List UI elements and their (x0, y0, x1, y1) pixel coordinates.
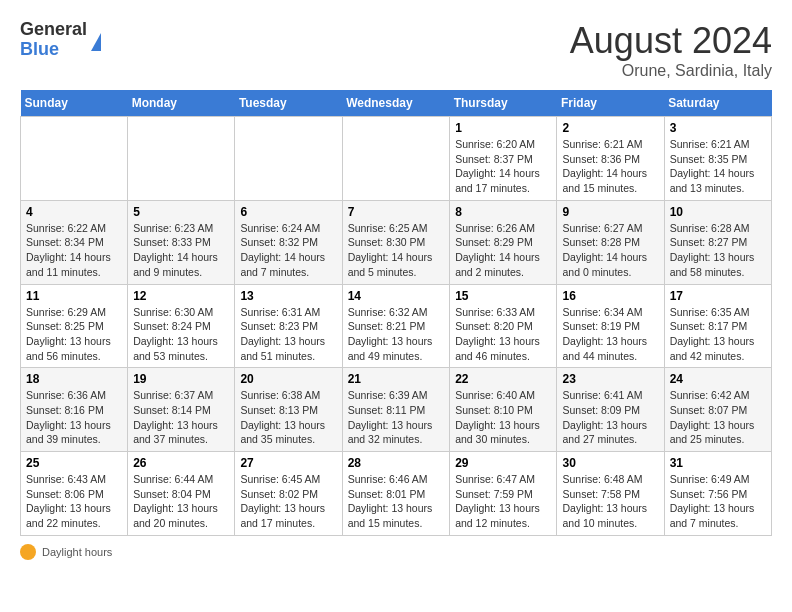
calendar-cell: 6Sunrise: 6:24 AM Sunset: 8:32 PM Daylig… (235, 200, 342, 284)
day-number: 27 (240, 456, 336, 470)
day-number: 1 (455, 121, 551, 135)
day-number: 9 (562, 205, 658, 219)
day-info: Sunrise: 6:30 AM Sunset: 8:24 PM Dayligh… (133, 305, 229, 364)
calendar-day-header: Thursday (450, 90, 557, 117)
calendar-cell: 31Sunrise: 6:49 AM Sunset: 7:56 PM Dayli… (664, 452, 771, 536)
sun-icon (20, 544, 36, 560)
location-subtitle: Orune, Sardinia, Italy (570, 62, 772, 80)
calendar-cell (235, 117, 342, 201)
day-info: Sunrise: 6:35 AM Sunset: 8:17 PM Dayligh… (670, 305, 766, 364)
day-number: 24 (670, 372, 766, 386)
calendar-table: SundayMondayTuesdayWednesdayThursdayFrid… (20, 90, 772, 536)
day-info: Sunrise: 6:38 AM Sunset: 8:13 PM Dayligh… (240, 388, 336, 447)
calendar-cell: 18Sunrise: 6:36 AM Sunset: 8:16 PM Dayli… (21, 368, 128, 452)
title-section: August 2024 Orune, Sardinia, Italy (570, 20, 772, 80)
day-info: Sunrise: 6:21 AM Sunset: 8:35 PM Dayligh… (670, 137, 766, 196)
footer: Daylight hours (20, 544, 772, 560)
day-info: Sunrise: 6:49 AM Sunset: 7:56 PM Dayligh… (670, 472, 766, 531)
logo-triangle-icon (91, 33, 101, 51)
day-info: Sunrise: 6:34 AM Sunset: 8:19 PM Dayligh… (562, 305, 658, 364)
calendar-day-header: Tuesday (235, 90, 342, 117)
calendar-cell: 8Sunrise: 6:26 AM Sunset: 8:29 PM Daylig… (450, 200, 557, 284)
day-info: Sunrise: 6:43 AM Sunset: 8:06 PM Dayligh… (26, 472, 122, 531)
day-number: 21 (348, 372, 445, 386)
day-info: Sunrise: 6:28 AM Sunset: 8:27 PM Dayligh… (670, 221, 766, 280)
logo-text: General Blue (20, 20, 87, 60)
day-info: Sunrise: 6:32 AM Sunset: 8:21 PM Dayligh… (348, 305, 445, 364)
day-number: 18 (26, 372, 122, 386)
day-info: Sunrise: 6:44 AM Sunset: 8:04 PM Dayligh… (133, 472, 229, 531)
day-info: Sunrise: 6:47 AM Sunset: 7:59 PM Dayligh… (455, 472, 551, 531)
calendar-cell: 24Sunrise: 6:42 AM Sunset: 8:07 PM Dayli… (664, 368, 771, 452)
day-number: 31 (670, 456, 766, 470)
calendar-cell: 1Sunrise: 6:20 AM Sunset: 8:37 PM Daylig… (450, 117, 557, 201)
day-number: 15 (455, 289, 551, 303)
day-info: Sunrise: 6:33 AM Sunset: 8:20 PM Dayligh… (455, 305, 551, 364)
calendar-cell: 11Sunrise: 6:29 AM Sunset: 8:25 PM Dayli… (21, 284, 128, 368)
day-info: Sunrise: 6:36 AM Sunset: 8:16 PM Dayligh… (26, 388, 122, 447)
calendar-cell: 26Sunrise: 6:44 AM Sunset: 8:04 PM Dayli… (128, 452, 235, 536)
day-info: Sunrise: 6:29 AM Sunset: 8:25 PM Dayligh… (26, 305, 122, 364)
day-number: 30 (562, 456, 658, 470)
calendar-cell: 12Sunrise: 6:30 AM Sunset: 8:24 PM Dayli… (128, 284, 235, 368)
calendar-week-row: 4Sunrise: 6:22 AM Sunset: 8:34 PM Daylig… (21, 200, 772, 284)
day-info: Sunrise: 6:23 AM Sunset: 8:33 PM Dayligh… (133, 221, 229, 280)
day-info: Sunrise: 6:45 AM Sunset: 8:02 PM Dayligh… (240, 472, 336, 531)
day-info: Sunrise: 6:40 AM Sunset: 8:10 PM Dayligh… (455, 388, 551, 447)
calendar-week-row: 1Sunrise: 6:20 AM Sunset: 8:37 PM Daylig… (21, 117, 772, 201)
day-number: 25 (26, 456, 122, 470)
calendar-cell: 4Sunrise: 6:22 AM Sunset: 8:34 PM Daylig… (21, 200, 128, 284)
calendar-cell: 5Sunrise: 6:23 AM Sunset: 8:33 PM Daylig… (128, 200, 235, 284)
day-number: 29 (455, 456, 551, 470)
day-number: 12 (133, 289, 229, 303)
day-number: 8 (455, 205, 551, 219)
day-number: 17 (670, 289, 766, 303)
logo: General Blue (20, 20, 101, 60)
day-number: 14 (348, 289, 445, 303)
day-info: Sunrise: 6:26 AM Sunset: 8:29 PM Dayligh… (455, 221, 551, 280)
day-info: Sunrise: 6:22 AM Sunset: 8:34 PM Dayligh… (26, 221, 122, 280)
day-number: 28 (348, 456, 445, 470)
calendar-cell (128, 117, 235, 201)
calendar-cell: 9Sunrise: 6:27 AM Sunset: 8:28 PM Daylig… (557, 200, 664, 284)
calendar-cell: 25Sunrise: 6:43 AM Sunset: 8:06 PM Dayli… (21, 452, 128, 536)
calendar-day-header: Friday (557, 90, 664, 117)
calendar-day-header: Saturday (664, 90, 771, 117)
day-info: Sunrise: 6:39 AM Sunset: 8:11 PM Dayligh… (348, 388, 445, 447)
calendar-week-row: 11Sunrise: 6:29 AM Sunset: 8:25 PM Dayli… (21, 284, 772, 368)
logo-general: General (20, 20, 87, 40)
calendar-cell: 2Sunrise: 6:21 AM Sunset: 8:36 PM Daylig… (557, 117, 664, 201)
calendar-cell: 17Sunrise: 6:35 AM Sunset: 8:17 PM Dayli… (664, 284, 771, 368)
footer-label: Daylight hours (42, 546, 112, 558)
calendar-cell (342, 117, 450, 201)
month-year-title: August 2024 (570, 20, 772, 62)
calendar-cell: 16Sunrise: 6:34 AM Sunset: 8:19 PM Dayli… (557, 284, 664, 368)
day-info: Sunrise: 6:48 AM Sunset: 7:58 PM Dayligh… (562, 472, 658, 531)
calendar-cell: 15Sunrise: 6:33 AM Sunset: 8:20 PM Dayli… (450, 284, 557, 368)
calendar-cell: 27Sunrise: 6:45 AM Sunset: 8:02 PM Dayli… (235, 452, 342, 536)
day-info: Sunrise: 6:37 AM Sunset: 8:14 PM Dayligh… (133, 388, 229, 447)
calendar-cell: 28Sunrise: 6:46 AM Sunset: 8:01 PM Dayli… (342, 452, 450, 536)
calendar-cell: 29Sunrise: 6:47 AM Sunset: 7:59 PM Dayli… (450, 452, 557, 536)
calendar-cell: 3Sunrise: 6:21 AM Sunset: 8:35 PM Daylig… (664, 117, 771, 201)
day-info: Sunrise: 6:46 AM Sunset: 8:01 PM Dayligh… (348, 472, 445, 531)
day-info: Sunrise: 6:25 AM Sunset: 8:30 PM Dayligh… (348, 221, 445, 280)
day-number: 20 (240, 372, 336, 386)
calendar-cell: 30Sunrise: 6:48 AM Sunset: 7:58 PM Dayli… (557, 452, 664, 536)
page-header: General Blue August 2024 Orune, Sardinia… (20, 20, 772, 80)
day-info: Sunrise: 6:41 AM Sunset: 8:09 PM Dayligh… (562, 388, 658, 447)
day-number: 23 (562, 372, 658, 386)
day-number: 3 (670, 121, 766, 135)
calendar-cell (21, 117, 128, 201)
day-number: 6 (240, 205, 336, 219)
calendar-cell: 20Sunrise: 6:38 AM Sunset: 8:13 PM Dayli… (235, 368, 342, 452)
logo-blue: Blue (20, 40, 87, 60)
day-number: 11 (26, 289, 122, 303)
calendar-cell: 13Sunrise: 6:31 AM Sunset: 8:23 PM Dayli… (235, 284, 342, 368)
calendar-header-row: SundayMondayTuesdayWednesdayThursdayFrid… (21, 90, 772, 117)
calendar-cell: 7Sunrise: 6:25 AM Sunset: 8:30 PM Daylig… (342, 200, 450, 284)
calendar-day-header: Sunday (21, 90, 128, 117)
day-number: 7 (348, 205, 445, 219)
day-number: 4 (26, 205, 122, 219)
calendar-cell: 22Sunrise: 6:40 AM Sunset: 8:10 PM Dayli… (450, 368, 557, 452)
